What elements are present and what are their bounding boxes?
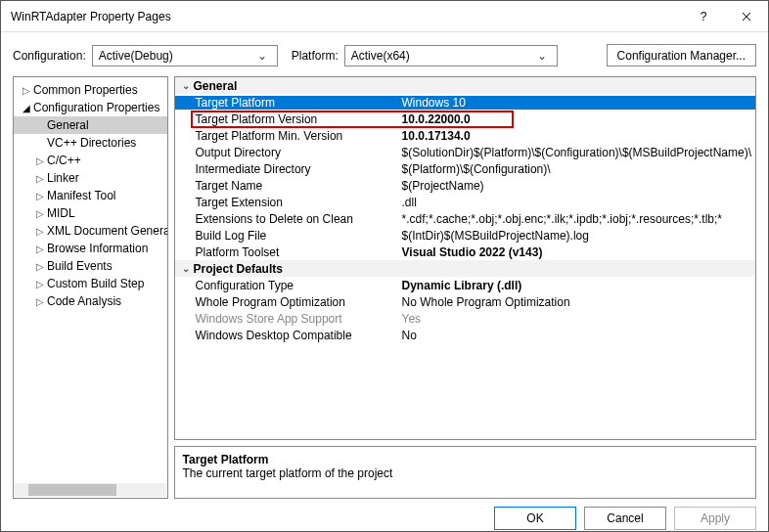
category-general[interactable]: ⌄General [175, 77, 755, 94]
tree-item-manifest-tool[interactable]: ▷Manifest Tool [14, 187, 168, 204]
horizontal-scrollbar[interactable] [15, 483, 166, 497]
configuration-select[interactable]: Active(Debug) ⌄ [92, 45, 278, 66]
titlebar: WinRTAdapter Property Pages ? [1, 1, 768, 32]
collapse-icon[interactable]: ⌄ [178, 263, 194, 274]
prop-target-platform[interactable]: Target Platform Windows 10 [175, 94, 755, 111]
tree-item-common-properties[interactable]: ▷ Common Properties [14, 81, 168, 99]
expand-icon[interactable]: ▷ [33, 191, 47, 201]
expand-icon[interactable]: ▷ [33, 261, 47, 272]
tree-item-custom-build-step[interactable]: ▷Custom Build Step [14, 275, 168, 292]
expand-icon[interactable]: ▷ [33, 173, 47, 184]
tree-item-vcpp-directories[interactable]: VC++ Directories [14, 134, 168, 152]
collapse-icon[interactable]: ◢ [20, 103, 33, 113]
prop-extensions-to-delete[interactable]: Extensions to Delete on Clean *.cdf;*.ca… [175, 210, 755, 227]
prop-intermediate-directory[interactable]: Intermediate Directory $(Platform)\$(Con… [175, 160, 755, 177]
tree-item-browse-information[interactable]: ▷Browse Information [14, 240, 168, 257]
expand-icon[interactable]: ▷ [33, 244, 47, 254]
expand-icon[interactable]: ▷ [33, 296, 47, 307]
close-button[interactable] [725, 1, 768, 31]
expand-icon[interactable]: ▷ [33, 155, 47, 166]
dialog-button-row: OK Cancel Apply [1, 507, 768, 532]
prop-target-extension[interactable]: Target Extension .dll [175, 194, 755, 210]
chevron-down-icon: ⌄ [253, 49, 271, 63]
prop-target-name[interactable]: Target Name $(ProjectName) [175, 177, 755, 194]
collapse-icon[interactable]: ⌄ [178, 80, 194, 91]
description-body: The current target platform of the proje… [183, 466, 747, 480]
help-button[interactable]: ? [682, 1, 725, 31]
tree-item-midl[interactable]: ▷MIDL [14, 204, 168, 222]
tree-item-build-events[interactable]: ▷Build Events [14, 257, 168, 275]
expand-icon[interactable]: ▷ [33, 226, 47, 237]
scrollbar-thumb[interactable] [28, 484, 116, 496]
prop-platform-toolset[interactable]: Platform Toolset Visual Studio 2022 (v14… [175, 244, 755, 260]
tree-panel: ▷ Common Properties ◢ Configuration Prop… [13, 76, 168, 499]
window-title: WinRTAdapter Property Pages [11, 10, 682, 23]
configuration-label: Configuration: [13, 49, 86, 63]
platform-value: Active(x64) [351, 49, 533, 63]
expand-icon[interactable]: ▷ [33, 279, 47, 289]
platform-select[interactable]: Active(x64) ⌄ [344, 45, 558, 66]
ok-button[interactable]: OK [494, 507, 576, 530]
prop-configuration-type[interactable]: Configuration Type Dynamic Library (.dll… [175, 277, 755, 293]
tree-item-linker[interactable]: ▷Linker [14, 169, 168, 187]
prop-output-directory[interactable]: Output Directory $(SolutionDir)$(Platfor… [175, 144, 755, 160]
prop-windows-desktop-compatible[interactable]: Windows Desktop Compatible No [175, 327, 755, 343]
prop-build-log-file[interactable]: Build Log File $(IntDir)$(MSBuildProject… [175, 227, 755, 244]
prop-target-platform-min-version[interactable]: Target Platform Min. Version 10.0.17134.… [175, 127, 755, 144]
tree-item-general[interactable]: General [14, 116, 168, 134]
expand-icon[interactable]: ▷ [20, 85, 33, 96]
prop-whole-program-optimization[interactable]: Whole Program Optimization No Whole Prog… [175, 293, 755, 310]
tree-item-xml-doc-generator[interactable]: ▷XML Document Generator [14, 222, 168, 240]
expand-icon[interactable]: ▷ [33, 208, 47, 219]
property-grid: ⌄General Target Platform Windows 10 Targ… [174, 76, 756, 440]
configuration-value: Active(Debug) [99, 49, 253, 63]
description-title: Target Platform [183, 453, 747, 466]
cancel-button[interactable]: Cancel [584, 507, 666, 530]
tree-item-code-analysis[interactable]: ▷Code Analysis [14, 292, 168, 310]
prop-target-platform-version[interactable]: Target Platform Version 10.0.22000.0 [175, 111, 755, 127]
close-icon [742, 12, 751, 22]
category-project-defaults[interactable]: ⌄Project Defaults [175, 260, 755, 277]
configuration-manager-button[interactable]: Configuration Manager... [607, 44, 756, 66]
description-panel: Target Platform The current target platf… [174, 446, 756, 499]
config-bar: Configuration: Active(Debug) ⌄ Platform:… [1, 32, 768, 76]
apply-button[interactable]: Apply [674, 507, 756, 530]
chevron-down-icon: ⌄ [533, 49, 551, 63]
tree-item-c-cpp[interactable]: ▷C/C++ [14, 152, 168, 169]
tree-item-configuration-properties[interactable]: ◢ Configuration Properties [14, 99, 168, 116]
prop-windows-store-app-support[interactable]: Windows Store App Support Yes [175, 310, 755, 327]
platform-label: Platform: [292, 49, 339, 63]
